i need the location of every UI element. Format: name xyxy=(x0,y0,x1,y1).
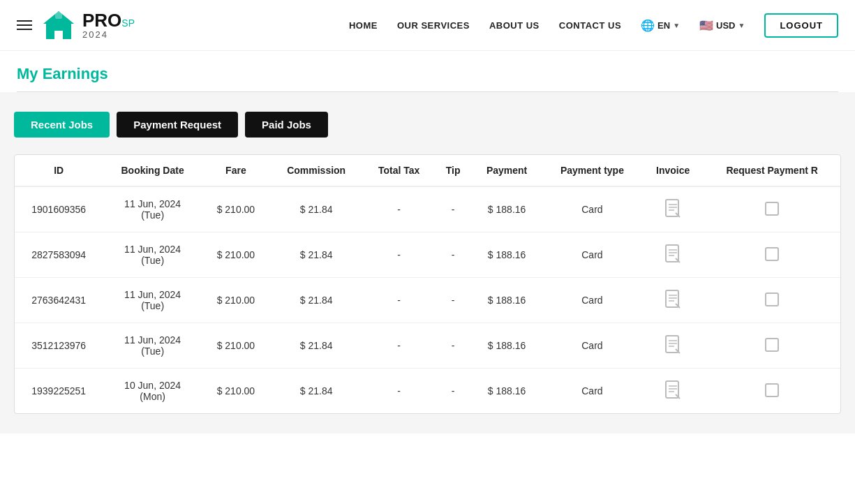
cell-booking-date: 11 Jun, 2024(Tue) xyxy=(103,278,202,323)
cell-invoice[interactable] xyxy=(642,369,704,414)
cell-booking-date: 11 Jun, 2024(Tue) xyxy=(103,232,202,278)
table-row: 190160935611 Jun, 2024(Tue)$ 210.00$ 21.… xyxy=(15,186,840,232)
language-chevron-icon: ▼ xyxy=(673,22,680,29)
invoice-icon[interactable] xyxy=(664,244,681,264)
checkbox-container[interactable] xyxy=(765,338,779,352)
main-area: Recent Jobs Payment Request Paid Jobs ID… xyxy=(0,92,855,433)
cell-invoice[interactable] xyxy=(642,323,704,369)
language-selector[interactable]: 🌐 EN ▼ xyxy=(641,19,680,32)
cell-fare: $ 210.00 xyxy=(202,278,269,323)
cell-request-payment-checkbox[interactable] xyxy=(704,323,840,369)
table-header-row: ID Booking Date Fare Commission Total Ta… xyxy=(15,155,840,186)
tab-paid-jobs[interactable]: Paid Jobs xyxy=(245,112,328,138)
cell-tip: - xyxy=(435,186,472,232)
cell-commission: $ 21.84 xyxy=(269,232,363,278)
col-payment-type: Payment type xyxy=(542,155,642,186)
cell-payment: $ 188.16 xyxy=(472,323,542,369)
page-content: My Earnings xyxy=(0,51,855,92)
jobs-table: ID Booking Date Fare Commission Total Ta… xyxy=(15,155,840,413)
cell-booking-date: 11 Jun, 2024(Tue) xyxy=(103,186,202,232)
col-id: ID xyxy=(15,155,103,186)
cell-request-payment-checkbox[interactable] xyxy=(704,232,840,278)
currency-selector[interactable]: 🇺🇸 USD ▼ xyxy=(699,19,745,32)
tab-recent-jobs[interactable]: Recent Jobs xyxy=(14,112,110,138)
cell-commission: $ 21.84 xyxy=(269,369,363,414)
currency-flag-icon: 🇺🇸 xyxy=(699,19,713,32)
logo-pro: PRO xyxy=(82,10,121,31)
cell-total-tax: - xyxy=(363,323,435,369)
tab-buttons: Recent Jobs Payment Request Paid Jobs xyxy=(14,112,841,138)
logo-text: PROSP 2024 xyxy=(82,10,135,40)
cell-fare: $ 210.00 xyxy=(202,369,269,414)
nav-about-us[interactable]: ABOUT US xyxy=(489,20,540,31)
col-commission: Commission xyxy=(269,155,363,186)
cell-id: 2827583094 xyxy=(15,232,103,278)
cell-invoice[interactable] xyxy=(642,232,704,278)
page-title: My Earnings xyxy=(17,51,838,91)
svg-rect-2 xyxy=(54,31,63,39)
cell-total-tax: - xyxy=(363,369,435,414)
logo: PROSP 2024 xyxy=(40,7,135,43)
checkbox-container[interactable] xyxy=(765,383,779,397)
cell-payment-type: Card xyxy=(542,323,642,369)
col-fare: Fare xyxy=(202,155,269,186)
cell-payment-type: Card xyxy=(542,369,642,414)
col-payment: Payment xyxy=(472,155,542,186)
cell-payment-type: Card xyxy=(542,278,642,323)
tab-payment-request[interactable]: Payment Request xyxy=(117,112,238,138)
cell-tip: - xyxy=(435,232,472,278)
cell-request-payment-checkbox[interactable] xyxy=(704,186,840,232)
payment-request-checkbox[interactable] xyxy=(765,383,779,397)
cell-commission: $ 21.84 xyxy=(269,186,363,232)
logo-sp: SP xyxy=(121,17,135,29)
col-total-tax: Total Tax xyxy=(363,155,435,186)
nav-our-services[interactable]: OUR SERVICES xyxy=(397,20,470,31)
invoice-icon[interactable] xyxy=(664,380,681,400)
invoice-icon[interactable] xyxy=(664,199,681,218)
language-code: EN xyxy=(657,20,670,31)
cell-tip: - xyxy=(435,278,472,323)
cell-request-payment-checkbox[interactable] xyxy=(704,369,840,414)
hamburger-menu[interactable] xyxy=(17,20,32,30)
payment-request-checkbox[interactable] xyxy=(765,292,779,306)
cell-commission: $ 21.84 xyxy=(269,323,363,369)
cell-tip: - xyxy=(435,369,472,414)
cell-request-payment-checkbox[interactable] xyxy=(704,278,840,323)
checkbox-container[interactable] xyxy=(765,292,779,306)
logout-button[interactable]: LOGOUT xyxy=(764,13,838,38)
payment-request-checkbox[interactable] xyxy=(765,247,779,261)
cell-commission: $ 21.84 xyxy=(269,278,363,323)
checkbox-container[interactable] xyxy=(765,247,779,261)
col-tip: Tip xyxy=(435,155,472,186)
nav-home[interactable]: HOME xyxy=(349,20,378,31)
header-left: PROSP 2024 xyxy=(17,7,135,43)
cell-payment: $ 188.16 xyxy=(472,369,542,414)
cell-id: 3512123976 xyxy=(15,323,103,369)
cell-id: 1901609356 xyxy=(15,186,103,232)
cell-invoice[interactable] xyxy=(642,186,704,232)
checkbox-container[interactable] xyxy=(765,202,779,216)
cell-id: 1939225251 xyxy=(15,369,103,414)
cell-booking-date: 10 Jun, 2024(Mon) xyxy=(103,369,202,414)
nav-contact-us[interactable]: CONTACT US xyxy=(559,20,621,31)
cell-payment: $ 188.16 xyxy=(472,278,542,323)
col-request-payment: Request Payment R xyxy=(704,155,840,186)
invoice-icon[interactable] xyxy=(664,290,681,309)
cell-fare: $ 210.00 xyxy=(202,186,269,232)
cell-payment-type: Card xyxy=(542,186,642,232)
table-row: 351212397611 Jun, 2024(Tue)$ 210.00$ 21.… xyxy=(15,323,840,369)
cell-payment-type: Card xyxy=(542,232,642,278)
main-nav: HOME OUR SERVICES ABOUT US CONTACT US 🌐 … xyxy=(349,13,838,38)
cell-payment: $ 188.16 xyxy=(472,186,542,232)
logo-icon xyxy=(40,7,77,43)
col-invoice: Invoice xyxy=(642,155,704,186)
cell-invoice[interactable] xyxy=(642,278,704,323)
cell-tip: - xyxy=(435,323,472,369)
payment-request-checkbox[interactable] xyxy=(765,338,779,352)
table-row: 282758309411 Jun, 2024(Tue)$ 210.00$ 21.… xyxy=(15,232,840,278)
payment-request-checkbox[interactable] xyxy=(765,202,779,216)
currency-code: USD xyxy=(716,20,735,31)
table-row: 193922525110 Jun, 2024(Mon)$ 210.00$ 21.… xyxy=(15,369,840,414)
logo-year: 2024 xyxy=(82,30,135,40)
invoice-icon[interactable] xyxy=(664,335,681,355)
